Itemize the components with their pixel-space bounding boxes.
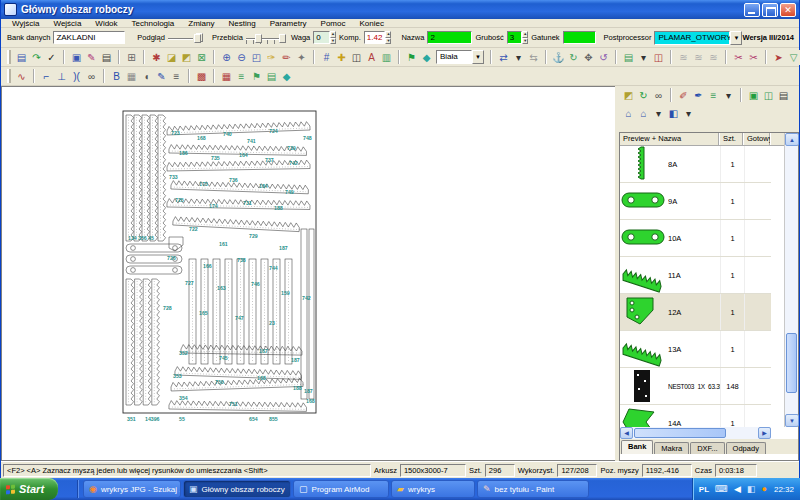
tray-language-icon[interactable]: ◀ [734,484,741,494]
menu-nesting[interactable]: Nesting [222,19,263,28]
pen-icon[interactable]: ✎ [154,69,169,84]
task-folder-wrykrys[interactable]: ▰wrykrys [391,480,475,498]
menu-widok[interactable]: Widok [88,19,124,28]
corner-tool-icon[interactable]: ⌐ [39,69,54,84]
part-row-13a[interactable]: 13A1 [620,331,771,368]
sheet-color-caret-icon[interactable]: ▼ [472,50,484,64]
tray-network-icon[interactable]: ◧ [747,484,756,494]
parts-db-icon[interactable]: ▣ [746,88,761,103]
scribble-icon[interactable]: ∿ [14,69,29,84]
scroll-up-icon[interactable]: ▲ [785,133,799,146]
new-doc-icon[interactable]: ▤ [14,50,29,65]
label-edit-icon[interactable]: ✎ [84,50,99,65]
bars-icon[interactable]: ≡ [169,69,184,84]
pan-hand-icon[interactable]: ✑ [264,50,279,65]
restore-button[interactable] [762,3,778,17]
parts-pen-icon[interactable]: ✒ [691,88,706,103]
waga-input[interactable]: 0 [313,31,330,44]
vscroll-thumb[interactable] [786,333,797,393]
przebicia-slider[interactable] [246,32,281,44]
scroll-right-icon[interactable]: ▶ [758,427,771,439]
redo-icon[interactable]: ⇄ [496,50,511,65]
font-icon[interactable]: A [364,50,379,65]
folder-export-icon[interactable]: ⊠ [194,50,209,65]
part-row-9a[interactable]: 9A1 [620,183,771,220]
grubosc-input[interactable]: 3 [507,31,522,44]
parts-edit-icon[interactable]: ✐ [676,88,691,103]
layers-icon[interactable]: ≡ [234,69,249,84]
parts-preview-icon[interactable]: ∞ [651,88,666,103]
menu-pomoc[interactable]: Pomoc [314,19,353,28]
measure-icon[interactable]: ➤ [771,50,786,65]
machine-a-icon[interactable]: ⌂ [621,106,636,121]
gatunek-input[interactable] [563,31,596,44]
minimize-button[interactable] [744,3,760,17]
tab-odpady[interactable]: Odpady [726,442,766,454]
part-row-14a[interactable]: 14A1 [620,405,771,427]
delete-copy-icon[interactable]: ◫ [651,50,666,65]
tab-bank[interactable]: Bank [621,440,653,454]
machine-caret-icon[interactable]: ▾ [651,106,666,121]
folder-open-icon[interactable]: ◩ [179,50,194,65]
box-icon[interactable]: ▥ [379,50,394,65]
cut-join-icon[interactable]: ✂ [731,50,746,65]
group-b-icon[interactable]: ≋ [691,50,706,65]
bank-input[interactable]: ZAKLADNI [53,31,125,44]
part-row-10a[interactable]: 10A1 [620,220,771,257]
parts-vertical-scrollbar[interactable]: ▲ ▼ [784,133,798,427]
sheet-table-icon[interactable]: ⊞ [124,50,139,65]
scrap-icon[interactable]: ▽ [786,50,800,65]
group-c-icon[interactable]: ≋ [706,50,721,65]
nesting-canvas[interactable]: 7231687407417247397481867351647377427331… [1,86,615,461]
report-icon[interactable]: ▤ [264,69,279,84]
parts-copy-icon[interactable]: ◫ [761,88,776,103]
image-icon[interactable]: ◧ [666,106,681,121]
cut-split-icon[interactable]: ✂ [746,50,761,65]
header-preview-nazwa[interactable]: Preview + Nazwa [620,133,720,145]
copies-icon[interactable]: ◫ [349,50,364,65]
flag-green-icon[interactable]: ⚑ [249,69,264,84]
close-button[interactable] [780,3,796,17]
part-row-nest003-1x-63-3[interactable]: NEST003_1X_63.3%148 [620,368,771,405]
menu-wyjscia[interactable]: Wyjścia [5,19,46,28]
mark-icon[interactable]: ✚ [334,50,349,65]
tray-keyboard-icon[interactable]: ⌨ [715,484,728,494]
task-firefox[interactable]: ◉wrykrys JPG - Szukaj ... [83,480,181,498]
undo-icon[interactable]: ⇆ [526,50,541,65]
title-bar[interactable]: Główny obszar roboczy [1,0,799,19]
array-caret-icon[interactable]: ▾ [636,50,651,65]
parts-layers-caret-icon[interactable]: ▾ [721,88,736,103]
komp-spinner[interactable]: ▲▼ [385,31,391,44]
fill-icon[interactable]: ◆ [419,50,434,65]
toolbar-grip-2[interactable] [7,69,11,83]
rotate-ccw-icon[interactable]: ↺ [596,50,611,65]
zoom-in-icon[interactable]: ⊕ [219,50,234,65]
move-icon[interactable]: ✥ [581,50,596,65]
accept-icon[interactable]: ✓ [44,50,59,65]
mirror-icon[interactable]: ◖ [139,69,154,84]
draw-icon[interactable]: ✏ [279,50,294,65]
nest-auto-icon[interactable]: ▩ [194,69,209,84]
task-airmod[interactable]: ▢Program AirMod [293,480,389,498]
anchor-icon[interactable]: ⚓ [551,50,566,65]
stamp-icon[interactable]: ✦ [294,50,309,65]
menu-koniec[interactable]: Koniec [352,19,390,28]
array-copy-icon[interactable]: ▤ [621,50,636,65]
image-caret-icon[interactable]: ▾ [681,106,696,121]
parts-print-icon[interactable]: ▤ [776,88,791,103]
postprocessor-select[interactable]: PLAMAR_OTWORY ▼ [654,31,742,45]
joint-tool-icon[interactable]: ⊥ [54,69,69,84]
grid-icon[interactable]: # [319,50,334,65]
parts-open-folder-icon[interactable]: ◩ [621,88,636,103]
zoom-window-icon[interactable]: ◰ [249,50,264,65]
toolbar-grip[interactable] [7,50,11,64]
machine-b-icon[interactable]: ⌂ [636,106,651,121]
komp-input[interactable]: 1.42 [364,31,386,44]
menu-wejscia[interactable]: Wejścia [46,19,88,28]
task-paint[interactable]: ✎bez tytułu - Paint [477,480,589,498]
parts-horizontal-scrollbar[interactable]: ◀ ▶ [620,427,771,439]
part-row-11a[interactable]: 11A1 [620,257,771,294]
hscroll-thumb[interactable] [634,428,726,438]
tray-update-icon[interactable]: ● [762,484,767,494]
folder-back-icon[interactable]: ◪ [164,50,179,65]
